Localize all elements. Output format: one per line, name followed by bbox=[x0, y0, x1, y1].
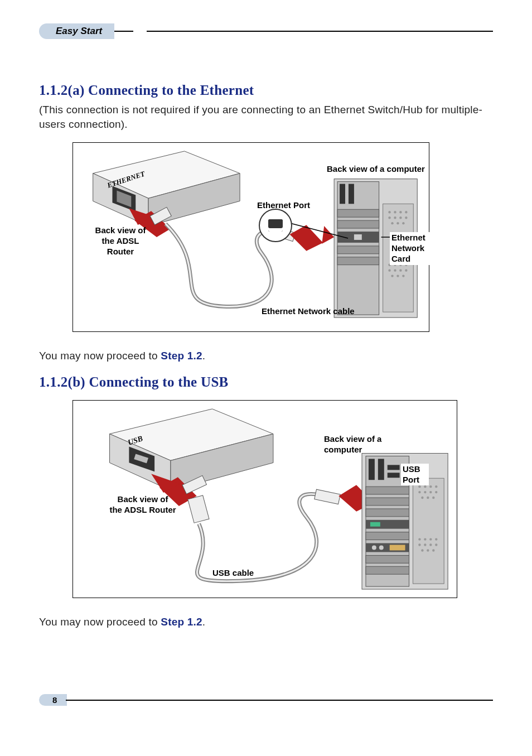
svg-point-27 bbox=[394, 216, 396, 219]
svg-point-43 bbox=[402, 275, 404, 277]
svg-point-23 bbox=[394, 211, 396, 213]
svg-point-95 bbox=[435, 543, 437, 546]
svg-point-79 bbox=[429, 485, 432, 488]
proceed-step-b: Step 1.2 bbox=[161, 616, 202, 628]
section-a-title: 1.1.2(a) Connecting to the Ethernet bbox=[39, 83, 493, 98]
section-a-proceed: You may now proceed to Step 1.2. bbox=[39, 349, 493, 363]
usb-port-label: USB Port bbox=[401, 464, 429, 486]
svg-point-93 bbox=[424, 543, 426, 546]
svg-point-22 bbox=[388, 211, 390, 213]
header-divider-long bbox=[147, 31, 493, 32]
svg-rect-50 bbox=[134, 454, 148, 463]
svg-point-24 bbox=[399, 211, 402, 213]
svg-point-26 bbox=[388, 216, 390, 219]
diagram-ethernet: ETHERNET Back view of the ADSL Router Et… bbox=[72, 142, 429, 332]
svg-point-80 bbox=[435, 485, 437, 488]
diagram-usb: USB Back view of the ADSL Router Back vi… bbox=[72, 400, 457, 598]
page-number: 8 bbox=[52, 695, 57, 705]
ethernet-cable-label: Ethernet Network cable bbox=[262, 306, 355, 317]
svg-marker-9 bbox=[290, 225, 323, 251]
proceed-prefix-a: You may now proceed to bbox=[39, 350, 161, 362]
page-number-pill: 8 bbox=[39, 694, 67, 706]
svg-point-29 bbox=[405, 216, 407, 219]
svg-point-42 bbox=[396, 275, 399, 277]
svg-point-94 bbox=[429, 543, 432, 546]
svg-point-28 bbox=[399, 216, 402, 219]
svg-point-37 bbox=[388, 269, 390, 272]
svg-marker-10 bbox=[322, 226, 334, 244]
svg-point-86 bbox=[427, 497, 429, 499]
usb-router-back-label: Back view of the ADSL Router bbox=[104, 494, 182, 516]
rj45-icon bbox=[268, 219, 283, 232]
svg-point-82 bbox=[424, 491, 426, 493]
svg-point-40 bbox=[405, 269, 407, 272]
svg-point-25 bbox=[405, 211, 407, 213]
usb-cable-label: USB cable bbox=[212, 568, 254, 579]
svg-marker-52 bbox=[151, 474, 180, 493]
usb-router-port-label: USB bbox=[127, 434, 144, 447]
svg-marker-0 bbox=[93, 151, 240, 199]
usb-router-back-label-text: Back view of the ADSL Router bbox=[109, 494, 176, 514]
page-header: Easy Start bbox=[39, 23, 493, 39]
svg-rect-76 bbox=[366, 566, 409, 574]
svg-point-81 bbox=[418, 491, 420, 493]
svg-rect-16 bbox=[337, 232, 379, 243]
svg-point-31 bbox=[396, 222, 399, 224]
section-b-proceed: You may now proceed to Step 1.2. bbox=[39, 615, 493, 629]
svg-marker-57 bbox=[373, 483, 386, 504]
svg-point-92 bbox=[418, 543, 420, 546]
page-footer: 8 bbox=[39, 694, 493, 706]
svg-rect-67 bbox=[366, 509, 409, 517]
svg-point-72 bbox=[372, 545, 376, 550]
svg-rect-19 bbox=[337, 257, 379, 265]
svg-rect-68 bbox=[366, 520, 409, 529]
svg-rect-17 bbox=[354, 234, 362, 240]
svg-point-97 bbox=[427, 549, 429, 551]
proceed-step-a: Step 1.2 bbox=[161, 350, 202, 362]
svg-rect-62 bbox=[378, 459, 384, 480]
svg-rect-69 bbox=[370, 522, 380, 527]
svg-rect-12 bbox=[337, 182, 379, 315]
svg-rect-20 bbox=[340, 184, 345, 204]
svg-rect-65 bbox=[366, 487, 409, 494]
usb-port-label-text: USB Port bbox=[403, 464, 420, 484]
svg-point-91 bbox=[435, 538, 437, 540]
proceed-suffix-a: . bbox=[202, 350, 205, 362]
router-back-label-text: Back view of the ADSL Router bbox=[95, 225, 146, 256]
svg-rect-54 bbox=[188, 495, 209, 523]
svg-marker-46 bbox=[110, 409, 273, 460]
svg-point-83 bbox=[429, 491, 432, 493]
svg-rect-7 bbox=[150, 208, 171, 225]
svg-rect-75 bbox=[366, 555, 409, 563]
svg-rect-18 bbox=[337, 246, 379, 254]
svg-point-84 bbox=[435, 491, 437, 493]
footer-divider bbox=[66, 700, 493, 701]
svg-line-45 bbox=[284, 221, 348, 238]
svg-point-87 bbox=[432, 497, 434, 499]
svg-marker-4 bbox=[117, 191, 131, 208]
svg-rect-66 bbox=[366, 498, 409, 505]
svg-rect-63 bbox=[388, 465, 400, 470]
svg-marker-49 bbox=[129, 446, 154, 471]
svg-point-90 bbox=[429, 538, 432, 540]
usb-computer-back-label-text: Back view of a computer bbox=[324, 434, 381, 454]
svg-rect-71 bbox=[366, 543, 409, 552]
svg-marker-3 bbox=[112, 186, 136, 212]
svg-point-88 bbox=[418, 538, 420, 540]
ethernet-port-label: Ethernet Port bbox=[257, 200, 310, 211]
proceed-suffix-b: . bbox=[202, 616, 205, 628]
svg-point-39 bbox=[399, 269, 402, 272]
computer-back-label: Back view of a computer bbox=[327, 164, 425, 175]
svg-marker-56 bbox=[338, 485, 374, 512]
svg-point-41 bbox=[391, 275, 393, 277]
svg-marker-6 bbox=[129, 209, 152, 225]
svg-point-77 bbox=[418, 485, 420, 488]
svg-point-85 bbox=[421, 497, 423, 499]
svg-point-89 bbox=[424, 538, 426, 540]
ethernet-port-inset-icon bbox=[259, 209, 292, 242]
svg-rect-53 bbox=[182, 475, 207, 494]
svg-rect-60 bbox=[413, 478, 444, 584]
svg-rect-55 bbox=[315, 489, 341, 504]
section-b-title: 1.1.2(b) Connecting to the USB bbox=[39, 374, 493, 390]
router-port-label: ETHERNET bbox=[106, 170, 146, 190]
